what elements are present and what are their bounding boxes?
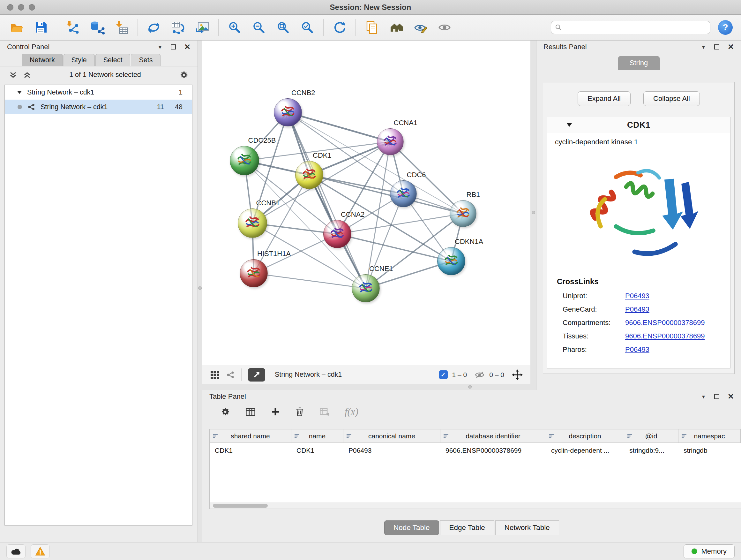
crosslink-link[interactable]: 9606.ENSP00000378699: [625, 332, 705, 340]
network-node-cdkn1a[interactable]: [437, 247, 465, 275]
collapse-all-button[interactable]: Collapse All: [643, 91, 700, 106]
warnings-button[interactable]: [30, 544, 50, 558]
column-header-shared-name[interactable]: shared name: [210, 429, 291, 442]
network-overview-share-icon[interactable]: [226, 370, 235, 379]
crosslink-link[interactable]: P06493: [625, 292, 650, 300]
zoom-out-icon[interactable]: [251, 19, 267, 36]
create-network-from-table-icon[interactable]: [170, 19, 186, 36]
add-column-icon[interactable]: [271, 407, 280, 417]
delete-column-trash-icon[interactable]: [295, 407, 305, 417]
search-field[interactable]: [551, 21, 711, 34]
bottom-splitter-handle[interactable]: [468, 385, 472, 388]
open-session-icon[interactable]: [8, 19, 25, 36]
hide-graphics-details-icon[interactable]: [412, 19, 428, 36]
zoom-fit-content-icon[interactable]: [275, 19, 291, 36]
home-icon[interactable]: [388, 19, 404, 36]
expand-all-button[interactable]: Expand All: [578, 91, 630, 106]
import-network-from-database-icon[interactable]: [89, 19, 106, 36]
cloud-status-button[interactable]: [6, 544, 25, 558]
horizontal-scrollbar[interactable]: [210, 503, 741, 509]
panel-float-icon[interactable]: ▼: [701, 394, 706, 399]
network-node-ccnb2[interactable]: [274, 98, 302, 126]
network-node-rb1[interactable]: [450, 200, 476, 227]
crosslink-link[interactable]: P06493: [625, 346, 650, 354]
network-selection-bar: 1 of 1 Network selected: [0, 66, 198, 83]
first-neighbors-icon[interactable]: [145, 19, 162, 36]
zoom-in-icon[interactable]: [226, 19, 243, 36]
tab-edge-table[interactable]: Edge Table: [440, 520, 494, 535]
panel-maximize-icon[interactable]: [171, 44, 176, 50]
column-header-namespace[interactable]: namespac: [678, 429, 741, 442]
import-network-from-file-icon[interactable]: [65, 19, 81, 36]
copy-document-icon[interactable]: [363, 19, 380, 36]
protein-thumbnail: [243, 213, 262, 233]
collapse-all-networks-icon[interactable]: [9, 71, 17, 79]
tab-network[interactable]: Network: [22, 54, 63, 66]
detach-view-button[interactable]: [248, 368, 265, 381]
gene-collapse-caret-icon[interactable]: [566, 123, 572, 127]
network-node-ccnb1[interactable]: [238, 208, 267, 238]
tab-node-table[interactable]: Node Table: [384, 520, 439, 535]
left-splitter-handle[interactable]: [198, 287, 202, 290]
selected-nodes-checkbox[interactable]: ✓: [439, 370, 448, 379]
panel-float-icon[interactable]: ▼: [701, 44, 706, 50]
panel-close-icon[interactable]: ✕: [728, 43, 734, 51]
pan-crosshair-icon[interactable]: [512, 369, 523, 380]
network-node-ccna1[interactable]: [377, 128, 404, 155]
import-table-from-file-icon[interactable]: [113, 19, 130, 36]
panel-close-icon[interactable]: ✕: [184, 43, 191, 51]
function-builder-fx[interactable]: f(x): [345, 406, 358, 418]
birds-eye-view-icon[interactable]: [210, 370, 219, 380]
column-header-canonical-name[interactable]: canonical name: [343, 429, 441, 442]
search-input[interactable]: [565, 23, 706, 31]
gene-header[interactable]: CDK1: [547, 117, 730, 133]
save-session-icon[interactable]: [32, 19, 49, 36]
right-splitter-handle[interactable]: [532, 211, 535, 214]
crosslink-link[interactable]: P06493: [625, 305, 650, 314]
node-table: shared name name canonical name database…: [209, 429, 741, 509]
table-settings-gear-icon[interactable]: [220, 407, 230, 417]
column-header-database-identifier[interactable]: database identifier: [441, 429, 546, 442]
table-row[interactable]: CDK1 CDK1 P06493 9606.ENSP00000378699 cy…: [210, 443, 741, 458]
expand-all-networks-icon[interactable]: [23, 71, 31, 79]
memory-button[interactable]: Memory: [684, 544, 735, 558]
tab-style[interactable]: Style: [64, 54, 95, 66]
network-canvas[interactable]: CCNB2CCNA1CDC25BCDK1CDC6RB1CCNB1CCNA2CDK…: [202, 41, 530, 365]
minimize-window-button[interactable]: [18, 4, 24, 10]
column-header-description[interactable]: description: [546, 429, 624, 442]
results-tab-string[interactable]: String: [618, 56, 660, 70]
network-row-selected[interactable]: String Network – cdk1 11 48: [5, 100, 192, 114]
close-window-button[interactable]: [7, 4, 13, 10]
column-header-id[interactable]: @id: [624, 429, 678, 442]
zoom-selected-icon[interactable]: [299, 19, 316, 36]
tab-select[interactable]: Select: [95, 54, 131, 66]
network-collection-row[interactable]: String Network – cdk1 1: [5, 85, 192, 100]
tab-network-table[interactable]: Network Table: [495, 520, 559, 535]
network-node-cdc6[interactable]: [390, 180, 417, 207]
help-button[interactable]: ?: [718, 20, 733, 35]
network-node-label: CCNA2: [341, 210, 365, 219]
column-sort-icon: [681, 434, 687, 438]
show-graphics-details-icon[interactable]: [436, 19, 453, 36]
tree-caret-icon[interactable]: [17, 90, 22, 94]
tab-sets[interactable]: Sets: [131, 54, 160, 66]
column-header-name[interactable]: name: [291, 429, 343, 442]
network-node-cdc25b[interactable]: [230, 146, 259, 175]
panel-close-icon[interactable]: ✕: [728, 393, 734, 400]
scrollbar-thumb[interactable]: [213, 504, 268, 508]
export-image-icon[interactable]: [194, 19, 211, 36]
crosslink-label: Compartments:: [562, 319, 625, 327]
panel-maximize-icon[interactable]: [714, 394, 719, 399]
network-view-title: String Network – cdk1: [275, 371, 342, 379]
network-node-hist1h1a[interactable]: [240, 259, 268, 287]
panel-float-icon[interactable]: ▼: [158, 44, 162, 50]
refresh-view-icon[interactable]: [331, 19, 348, 36]
show-columns-icon[interactable]: [245, 407, 256, 417]
network-node-ccne1[interactable]: [352, 274, 380, 302]
panel-maximize-icon[interactable]: [714, 44, 719, 50]
network-options-gear-icon[interactable]: [179, 70, 189, 80]
crosslink-link[interactable]: 9606.ENSP00000378699: [625, 319, 705, 327]
network-node-ccna2[interactable]: [323, 220, 351, 248]
network-node-cdk1[interactable]: [295, 161, 323, 189]
maximize-window-button[interactable]: [29, 4, 35, 10]
